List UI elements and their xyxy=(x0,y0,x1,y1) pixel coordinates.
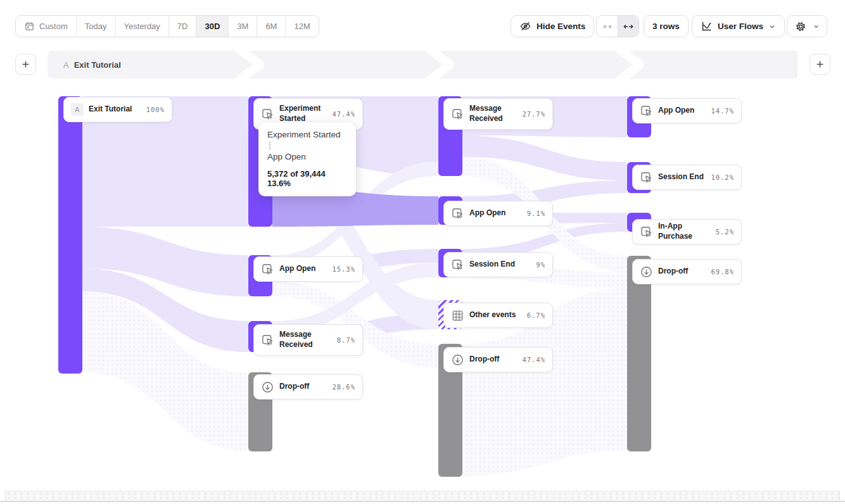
event-icon xyxy=(261,334,274,347)
flow-node-dropoff-4[interactable]: Drop-off 69.8% xyxy=(632,259,742,284)
drop-off-icon xyxy=(261,381,274,394)
event-icon xyxy=(640,225,653,239)
toolbar: Custom Today Yesterday 7D 30D 3M 6M 12M … xyxy=(0,0,845,47)
event-icon xyxy=(640,171,653,184)
arrows-inward-icon xyxy=(602,21,613,32)
bottom-border xyxy=(0,501,845,502)
collapse-columns-button[interactable] xyxy=(597,16,618,37)
flow-bar-dropoff-4[interactable] xyxy=(627,256,651,451)
event-icon xyxy=(261,108,274,121)
flow-node-dropoff-3[interactable]: Drop-off 47.4% xyxy=(443,347,553,372)
flow-node-app-open-2[interactable]: App Open 15.3% xyxy=(253,256,363,282)
user-flows-report: Custom Today Yesterday 7D 30D 3M 6M 12M … xyxy=(0,0,845,504)
flow-ribbons xyxy=(0,0,845,504)
flow-node-dropoff-2[interactable]: Drop-off 28.6% xyxy=(253,374,363,400)
tooltip-connector xyxy=(269,142,270,149)
collapse-expand-toggle xyxy=(596,15,639,37)
event-icon xyxy=(451,108,464,121)
date-range-12m[interactable]: 12M xyxy=(286,16,318,37)
settings-button[interactable] xyxy=(787,15,827,37)
tooltip-to-event: App Open xyxy=(267,152,347,161)
expand-columns-button[interactable] xyxy=(618,16,639,37)
rows-button[interactable]: 3 rows xyxy=(644,15,689,37)
date-range-7d[interactable]: 7D xyxy=(169,16,197,37)
drop-off-icon xyxy=(451,353,464,367)
event-icon xyxy=(451,207,464,220)
eye-slash-icon xyxy=(519,20,531,32)
tooltip-stat: 5,372 of 39,444 13.6% xyxy=(267,169,347,188)
chevron-down-icon xyxy=(813,23,820,30)
chevron-down-icon xyxy=(768,23,776,30)
user-flows-chart-icon xyxy=(701,20,713,32)
gear-icon xyxy=(794,20,807,33)
flow-node-app-open-4[interactable]: App Open 14.7% xyxy=(632,98,742,123)
hide-events-button[interactable]: Hide Events xyxy=(511,15,594,37)
date-range-30d[interactable]: 30D xyxy=(196,16,229,37)
flow-node-other-events-3[interactable]: Other events 6.7% xyxy=(443,303,553,328)
date-range-6m[interactable]: 6M xyxy=(257,16,286,37)
tooltip-from-event: Experiment Started xyxy=(267,130,347,139)
date-range-yesterday[interactable]: Yesterday xyxy=(116,16,169,37)
flow-bar-exit-tutorial[interactable] xyxy=(58,96,82,374)
step-a-badge: A xyxy=(71,103,84,116)
event-icon xyxy=(451,258,464,272)
event-icon xyxy=(640,104,653,118)
calendar-icon xyxy=(24,21,35,32)
arrows-outward-icon xyxy=(623,21,634,32)
flow-node-message-received-2[interactable]: Message Received 8.7% xyxy=(253,324,363,356)
flow-node-exit-tutorial[interactable]: A Exit Tutorial 100% xyxy=(63,97,172,122)
date-range-picker: Custom Today Yesterday 7D 30D 3M 6M 12M xyxy=(15,15,319,37)
grid-icon xyxy=(451,309,464,322)
view-type-dropdown[interactable]: User Flows xyxy=(692,15,785,37)
flow-node-session-end-4[interactable]: Session End 10.2% xyxy=(632,165,742,190)
footer-strip xyxy=(5,491,840,501)
flow-node-message-received-3[interactable]: Message Received 27.7% xyxy=(443,98,553,130)
flow-node-app-open-3[interactable]: App Open 9.1% xyxy=(443,201,553,226)
flow-node-session-end-3[interactable]: Session End 9% xyxy=(443,252,553,277)
flow-node-in-app-purchase-4[interactable]: In-App Purchase 5.2% xyxy=(632,219,742,244)
date-range-3m[interactable]: 3M xyxy=(229,16,257,37)
drop-off-icon xyxy=(640,265,653,279)
date-range-today[interactable]: Today xyxy=(77,16,116,37)
date-range-custom[interactable]: Custom xyxy=(16,16,77,37)
event-icon xyxy=(261,263,274,276)
flow-link-tooltip: Experiment Started App Open 5,372 of 39,… xyxy=(258,122,356,196)
